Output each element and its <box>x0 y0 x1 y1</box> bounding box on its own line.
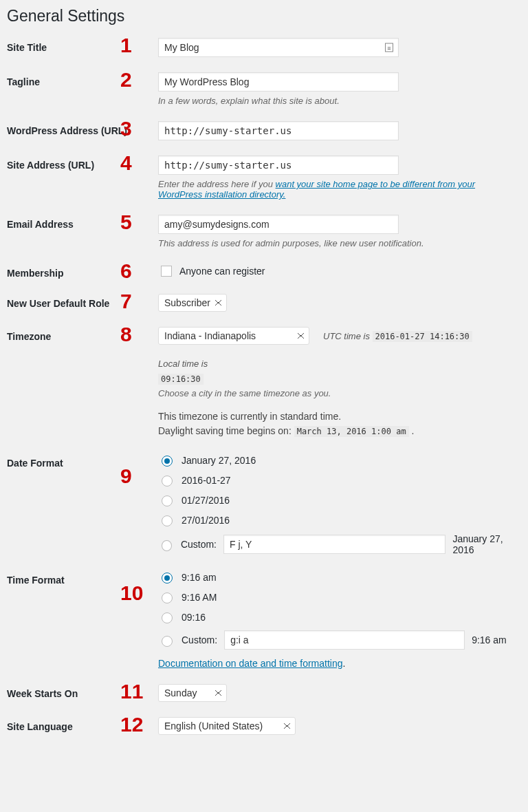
time-format-custom-row: Custom: 9:16 am <box>158 630 521 650</box>
site-address-desc-prefix: Enter the address here if you <box>158 179 276 189</box>
time-format-option-1: 9:16 am <box>182 572 217 583</box>
row-default-role: New User Default Role 7 Subscriber <box>7 294 521 312</box>
site-language-select[interactable]: English (United States) <box>158 717 296 735</box>
date-format-option-1: January 27, 2016 <box>182 455 256 466</box>
annotation-8: 8 <box>120 324 132 345</box>
row-email: Email Address 5 This address is used for… <box>7 215 521 248</box>
membership-label: Membership <box>7 268 63 279</box>
row-week-starts: Week Starts On 11 Sunday <box>7 684 521 702</box>
row-time-format: Time Format 10 9:16 am 9:16 AM 09:16 Cus… <box>7 570 521 669</box>
site-address-desc: Enter the address here if you want your … <box>158 179 521 200</box>
annotation-3: 3 <box>120 118 132 139</box>
time-format-option-row: 09:16 <box>158 610 521 623</box>
site-title-input[interactable] <box>158 38 399 57</box>
timezone-label: Timezone <box>7 331 51 342</box>
row-membership: Membership 6 Anyone can register <box>7 264 521 279</box>
local-time-value: 09:16:30 <box>158 374 204 385</box>
timezone-std-line: This timezone is currently in standard t… <box>158 409 521 424</box>
time-format-option-row: 9:16 am <box>158 570 521 584</box>
week-starts-select[interactable]: Sunday <box>158 684 227 702</box>
row-site-title: Site Title 1 ≡ <box>7 38 521 57</box>
time-format-doc-link[interactable]: Documentation on date and time formattin… <box>158 658 343 669</box>
time-format-radio-3[interactable] <box>162 612 173 623</box>
date-format-custom-label: Custom: <box>181 539 217 550</box>
date-format-option-3: 01/27/2016 <box>182 495 230 506</box>
annotation-6: 6 <box>120 261 132 281</box>
row-site-address: Site Address (URL) 4 Enter the address h… <box>7 156 521 200</box>
date-format-option-2: 2016-01-27 <box>182 475 231 486</box>
annotation-11: 11 <box>120 681 143 702</box>
row-site-language: Site Language 12 English (United States) <box>7 717 521 735</box>
date-format-radio-3[interactable] <box>162 495 173 506</box>
date-format-custom-preview: January 27, 2016 <box>452 533 521 555</box>
tagline-label: Tagline <box>7 76 40 87</box>
date-format-option-row: 2016-01-27 <box>158 473 521 487</box>
annotation-12: 12 <box>120 714 143 735</box>
annotation-5: 5 <box>120 212 132 233</box>
date-format-custom-row: Custom: January 27, 2016 <box>158 533 521 555</box>
row-timezone: Timezone 8 Indiana - Indianapolis UTC ti… <box>7 327 521 438</box>
time-format-radio-custom[interactable] <box>162 636 173 647</box>
annotation-10: 10 <box>120 583 143 603</box>
timezone-dst-prefix: Daylight saving time begins on: <box>158 425 294 436</box>
page-title: General Settings <box>7 7 521 25</box>
date-format-radio-1[interactable] <box>162 456 173 467</box>
site-title-label: Site Title <box>7 42 47 53</box>
row-tagline: Tagline 2 In a few words, explain what t… <box>7 72 521 106</box>
membership-checkbox-label: Anyone can register <box>179 266 265 277</box>
timezone-desc: Choose a city in the same timezone as yo… <box>158 388 521 398</box>
timezone-select[interactable]: Indiana - Indianapolis <box>158 327 309 345</box>
date-format-label: Date Format <box>7 458 63 469</box>
annotation-4: 4 <box>120 153 132 173</box>
utc-time-value: 2016-01-27 14:16:30 <box>373 331 472 342</box>
date-format-radio-4[interactable] <box>162 515 173 526</box>
time-format-radio-1[interactable] <box>162 573 173 584</box>
row-date-format: Date Format 9 January 27, 2016 2016-01-2… <box>7 453 521 555</box>
wp-address-label: WordPress Address (URL) <box>7 125 127 136</box>
time-format-custom-label: Custom: <box>182 634 217 645</box>
time-format-radio-2[interactable] <box>162 592 173 603</box>
time-format-option-2: 9:16 AM <box>182 592 217 603</box>
time-format-option-3: 09:16 <box>182 612 206 623</box>
date-format-custom-input[interactable] <box>223 535 446 554</box>
default-role-label: New User Default Role <box>7 298 109 309</box>
email-input[interactable] <box>158 215 399 234</box>
utc-time: UTC time is 2016-01-27 14:16:30 <box>323 330 472 341</box>
tagline-desc: In a few words, explain what this site i… <box>158 96 521 106</box>
email-desc: This address is used for admin purposes,… <box>158 238 521 248</box>
site-language-label: Site Language <box>7 721 73 732</box>
week-starts-label: Week Starts On <box>7 688 78 699</box>
site-address-label: Site Address (URL) <box>7 160 94 171</box>
date-format-option-row: January 27, 2016 <box>158 453 521 467</box>
tagline-input[interactable] <box>158 72 399 92</box>
date-format-option-row: 27/01/2016 <box>158 513 521 526</box>
date-format-option-row: 01/27/2016 <box>158 493 521 506</box>
membership-checkbox[interactable] <box>161 266 172 277</box>
date-format-radio-2[interactable] <box>162 476 173 487</box>
date-format-option-4: 27/01/2016 <box>182 515 230 526</box>
time-format-label: Time Format <box>7 575 65 586</box>
annotation-2: 2 <box>120 70 132 90</box>
annotation-7: 7 <box>120 291 132 312</box>
local-time-label: Local time is <box>158 359 208 369</box>
row-wp-address: WordPress Address (URL) 3 <box>7 121 521 140</box>
email-label: Email Address <box>7 219 74 230</box>
annotation-1: 1 <box>120 35 132 56</box>
time-format-custom-input[interactable] <box>224 630 465 650</box>
annotation-9: 9 <box>120 466 132 487</box>
time-format-custom-preview: 9:16 am <box>472 634 507 645</box>
timezone-dst-value: March 13, 2016 1:00 am <box>294 426 409 437</box>
time-format-option-row: 9:16 AM <box>158 590 521 603</box>
wp-address-input[interactable] <box>158 121 399 140</box>
utc-time-label: UTC time is <box>323 331 373 341</box>
date-format-radio-custom[interactable] <box>162 540 172 551</box>
default-role-select[interactable]: Subscriber <box>158 294 227 312</box>
site-address-input[interactable] <box>158 156 399 175</box>
autofill-icon: ≡ <box>385 43 393 52</box>
